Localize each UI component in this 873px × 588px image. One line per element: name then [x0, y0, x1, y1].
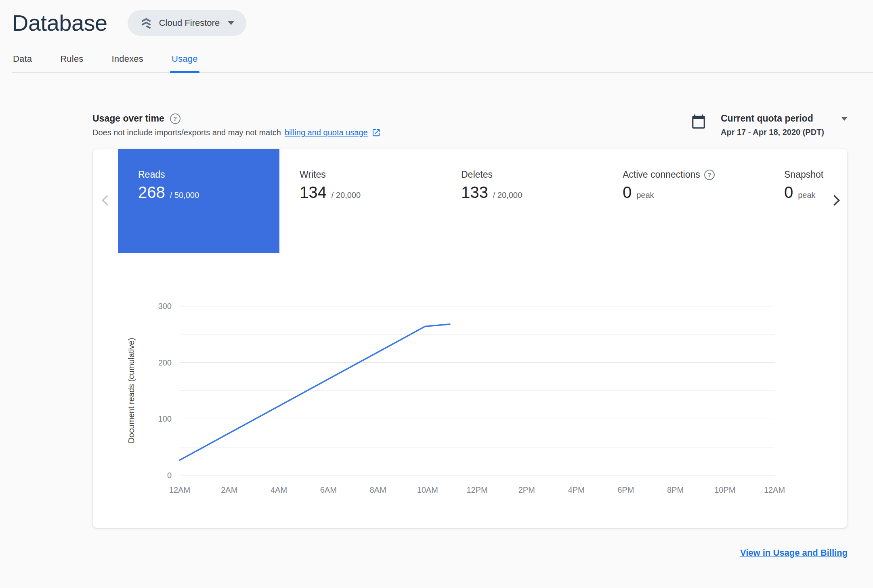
svg-text:200: 200: [158, 358, 172, 367]
metric-limit: / 50,000: [170, 191, 199, 200]
metric-writes-tile[interactable]: Writes 134 / 20,000: [279, 149, 441, 253]
tab-bar: Data Rules Indexes Usage: [12, 48, 873, 73]
usage-chart: Document reads (cumulative) 010020030012…: [93, 286, 847, 504]
metric-value: 133: [461, 183, 488, 202]
product-selector[interactable]: Cloud Firestore: [128, 10, 246, 36]
metric-value: 0: [784, 183, 793, 202]
external-link-icon: [371, 128, 381, 137]
firestore-icon: [140, 17, 153, 29]
firestore-usage-page: Database Cloud Firestore Data Rules Inde…: [0, 0, 873, 588]
svg-text:4PM: 4PM: [568, 485, 584, 494]
footer-row: View in Usage and Billing: [92, 548, 848, 558]
svg-text:10PM: 10PM: [714, 485, 735, 494]
usage-over-time-block: Usage over time Does not include imports…: [92, 113, 381, 137]
chart-y-axis-label: Document reads (cumulative): [127, 338, 136, 443]
svg-text:100: 100: [158, 414, 172, 423]
caret-down-icon: [228, 21, 234, 25]
page-title: Database: [12, 10, 107, 36]
help-icon[interactable]: [170, 113, 180, 124]
tab-rules[interactable]: Rules: [59, 48, 84, 72]
metric-name: Writes: [300, 169, 441, 180]
svg-text:12AM: 12AM: [169, 485, 190, 494]
help-icon[interactable]: [704, 170, 715, 180]
svg-text:8AM: 8AM: [369, 485, 386, 494]
metric-name: Deletes: [461, 169, 602, 180]
metric-name: Snapshot listeners: [784, 169, 826, 180]
svg-text:6AM: 6AM: [320, 485, 337, 494]
metrics-viewport: Reads 268 / 50,000 Writes 134 / 20,000: [118, 149, 826, 253]
usage-over-time-title: Usage over time: [92, 113, 164, 124]
svg-text:12PM: 12PM: [466, 485, 487, 494]
usage-description: Does not include imports/exports and may…: [92, 128, 381, 137]
svg-text:10AM: 10AM: [417, 485, 438, 494]
quota-period-range: Apr 17 - Apr 18, 2020 (PDT): [721, 128, 848, 137]
usage-card: Reads 268 / 50,000 Writes 134 / 20,000: [92, 149, 848, 528]
carousel-next-button[interactable]: [828, 193, 844, 209]
svg-text:2PM: 2PM: [518, 485, 535, 494]
metric-limit: peak: [636, 191, 654, 200]
svg-text:300: 300: [158, 302, 172, 311]
usage-description-text: Does not include imports/exports and may…: [92, 128, 281, 137]
svg-text:0: 0: [167, 471, 172, 480]
tab-data[interactable]: Data: [12, 48, 33, 72]
svg-text:6PM: 6PM: [617, 485, 634, 494]
quota-period-label: Current quota period: [721, 113, 813, 124]
metric-name: Reads: [138, 169, 279, 180]
tab-usage[interactable]: Usage: [171, 48, 199, 72]
metric-value: 134: [300, 183, 327, 202]
metric-limit: / 20,000: [332, 191, 361, 200]
reads-line-chart: 010020030012AM2AM4AM6AM8AM10AM12PM2PM4PM…: [93, 286, 847, 504]
product-selector-label: Cloud Firestore: [159, 18, 220, 28]
view-usage-billing-link[interactable]: View in Usage and Billing: [740, 548, 848, 558]
metric-value: 0: [623, 183, 632, 202]
metric-limit: / 20,000: [493, 191, 522, 200]
quota-caret-down-icon: [841, 117, 848, 121]
usage-section-header: Usage over time Does not include imports…: [92, 113, 848, 137]
metric-name: Active connections: [623, 169, 700, 180]
carousel-prev-button[interactable]: [98, 193, 114, 209]
page-header: Database Cloud Firestore: [0, 0, 873, 36]
svg-text:2AM: 2AM: [221, 485, 237, 494]
metric-value: 268: [138, 183, 165, 202]
svg-text:4AM: 4AM: [271, 485, 287, 494]
metric-active-connections-tile[interactable]: Active connections 0 peak: [602, 149, 764, 253]
usage-content: Usage over time Does not include imports…: [92, 73, 848, 558]
quota-period-selector[interactable]: Current quota period Apr 17 - Apr 18, 20…: [691, 113, 848, 137]
metric-limit: peak: [798, 191, 815, 200]
svg-text:12AM: 12AM: [764, 485, 785, 494]
metric-reads-tile[interactable]: Reads 268 / 50,000: [118, 149, 279, 253]
metric-snapshot-listeners-tile[interactable]: Snapshot listeners 0 peak: [764, 149, 826, 253]
metrics-carousel: Reads 268 / 50,000 Writes 134 / 20,000: [93, 149, 847, 253]
metric-deletes-tile[interactable]: Deletes 133 / 20,000: [441, 149, 602, 253]
svg-text:8PM: 8PM: [667, 485, 684, 494]
billing-quota-usage-link[interactable]: billing and quota usage: [285, 128, 368, 137]
tab-indexes[interactable]: Indexes: [111, 48, 144, 72]
calendar-icon: [691, 114, 706, 129]
